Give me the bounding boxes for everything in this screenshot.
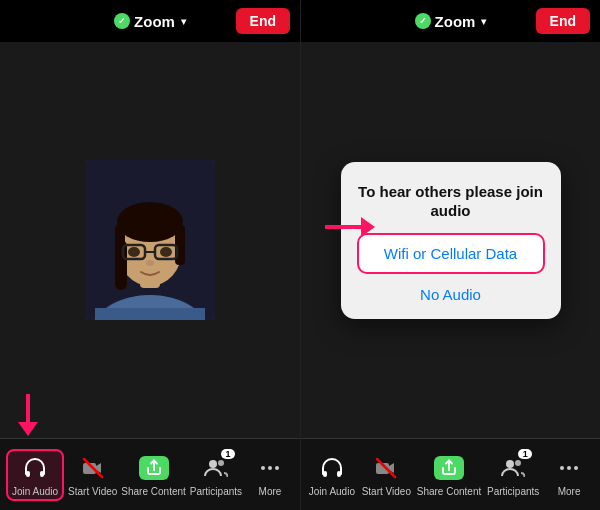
share-content-label-right: Share Content: [417, 486, 482, 497]
svg-point-35: [567, 466, 571, 470]
svg-rect-17: [26, 471, 30, 477]
people-icon: 1: [201, 453, 231, 483]
share-icon: [139, 453, 169, 483]
modal-title: To hear others please join audio: [357, 182, 545, 221]
arrow-indicator: [18, 394, 38, 436]
svg-point-32: [506, 460, 514, 468]
shield-icon-left: ✓: [114, 13, 130, 29]
svg-rect-18: [40, 471, 44, 477]
dots-icon-right: [554, 453, 584, 483]
right-arrow-indicator: [325, 217, 375, 237]
top-bar-right: ✓ Zoom ▾ End: [301, 0, 600, 42]
svg-rect-27: [323, 471, 327, 477]
end-button-right[interactable]: End: [536, 8, 590, 34]
start-video-label-right: Start Video: [362, 486, 411, 497]
svg-rect-28: [337, 471, 341, 477]
headphone-icon-right: [317, 453, 347, 483]
more-label-right: More: [558, 486, 581, 497]
join-audio-modal: To hear others please join audio Wifi or…: [341, 162, 561, 319]
svg-rect-16: [95, 308, 205, 320]
end-button-left[interactable]: End: [236, 8, 290, 34]
zoom-logo-right[interactable]: ✓ Zoom ▾: [415, 13, 487, 30]
right-panel: ✓ Zoom ▾ End To hear others please join …: [300, 0, 600, 510]
start-video-button-right[interactable]: Start Video: [362, 453, 411, 497]
join-audio-label: Join Audio: [12, 486, 58, 497]
svg-point-36: [574, 466, 578, 470]
svg-point-34: [560, 466, 564, 470]
svg-point-22: [209, 460, 217, 468]
svg-rect-8: [115, 240, 127, 290]
share-content-button[interactable]: Share Content: [121, 453, 186, 497]
app-name-left: Zoom: [134, 13, 175, 30]
zoom-logo-left[interactable]: ✓ Zoom ▾: [114, 13, 186, 30]
app-name-right: Zoom: [435, 13, 476, 30]
share-content-label: Share Content: [121, 486, 186, 497]
more-button-left[interactable]: More: [246, 453, 294, 497]
svg-point-25: [268, 466, 272, 470]
participant-video: [85, 160, 215, 320]
video-off-icon-right: [371, 453, 401, 483]
top-bar-left: ✓ Zoom ▾ End: [0, 0, 300, 42]
share-icon-right: [434, 453, 464, 483]
people-icon-right: 1: [498, 453, 528, 483]
svg-point-5: [117, 202, 183, 242]
participants-label-right: Participants: [487, 486, 539, 497]
wifi-cellular-button[interactable]: Wifi or Cellular Data: [357, 233, 545, 274]
dots-icon-left: [255, 453, 285, 483]
participants-badge-right: 1: [518, 449, 532, 459]
svg-rect-7: [175, 225, 185, 265]
participants-button-right[interactable]: 1 Participants: [487, 453, 539, 497]
no-audio-button[interactable]: No Audio: [420, 286, 481, 303]
participants-label: Participants: [190, 486, 242, 497]
headphone-icon: [20, 453, 50, 483]
video-area-left: [0, 42, 300, 438]
svg-point-13: [160, 247, 172, 257]
person-avatar: [85, 160, 215, 320]
start-video-label: Start Video: [68, 486, 117, 497]
svg-point-33: [515, 460, 521, 466]
svg-point-12: [128, 247, 140, 257]
share-content-button-right[interactable]: Share Content: [417, 453, 482, 497]
participants-button[interactable]: 1 Participants: [190, 453, 242, 497]
svg-point-26: [275, 466, 279, 470]
chevron-left: ▾: [181, 16, 186, 27]
more-button-right[interactable]: More: [545, 453, 593, 497]
join-audio-button[interactable]: Join Audio: [6, 449, 64, 501]
chevron-right: ▾: [481, 16, 486, 27]
more-label-left: More: [259, 486, 282, 497]
video-area-right: To hear others please join audio Wifi or…: [301, 42, 600, 438]
svg-point-14: [146, 260, 154, 266]
shield-icon-right: ✓: [415, 13, 431, 29]
join-audio-label-right: Join Audio: [309, 486, 355, 497]
toolbar-left: Join Audio Start Video: [0, 438, 300, 510]
left-panel: ✓ Zoom ▾ End: [0, 0, 300, 510]
start-video-button[interactable]: Start Video: [68, 453, 117, 497]
svg-point-24: [261, 466, 265, 470]
participants-badge: 1: [221, 449, 235, 459]
svg-point-23: [218, 460, 224, 466]
join-audio-button-right[interactable]: Join Audio: [308, 453, 356, 497]
toolbar-right: Join Audio Start Video: [301, 438, 600, 510]
video-off-icon: [78, 453, 108, 483]
